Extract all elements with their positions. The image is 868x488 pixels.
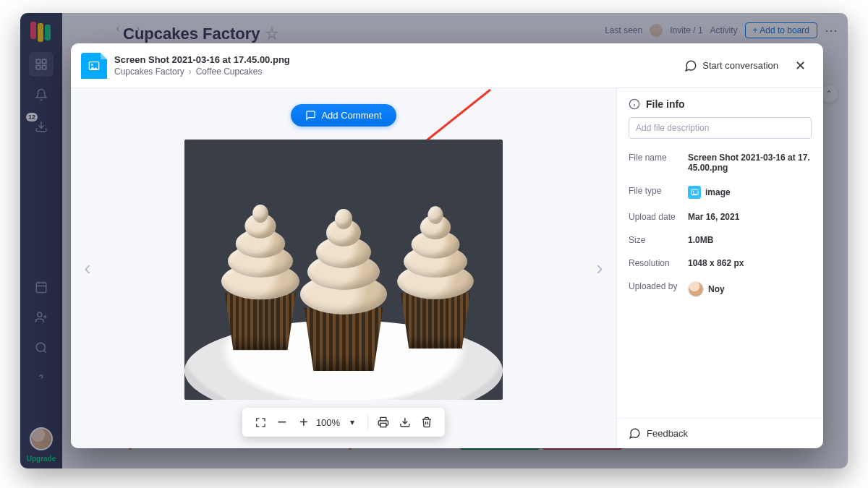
file-name-label: File name bbox=[629, 153, 688, 173]
next-image-icon[interactable]: › bbox=[589, 257, 610, 280]
file-title: Screen Shot 2021-03-16 at 17.45.00.png bbox=[114, 54, 290, 65]
feedback-icon bbox=[629, 427, 641, 440]
breadcrumb-item[interactable]: Coffee Cupcakes bbox=[196, 67, 263, 77]
zoom-value: 100% bbox=[315, 417, 341, 428]
file-info-panel: File info Add file description File name… bbox=[616, 88, 823, 448]
file-name-value: Screen Shot 2021-03-16 at 17.45.00.png bbox=[688, 153, 812, 173]
info-icon bbox=[629, 98, 640, 110]
file-info-heading: File info bbox=[617, 88, 823, 117]
image-icon bbox=[688, 186, 701, 199]
resolution-label: Resolution bbox=[629, 258, 688, 268]
upload-date-label: Upload date bbox=[629, 212, 688, 222]
resolution-value: 1048 x 862 px bbox=[688, 258, 812, 268]
add-comment-button[interactable]: Add Comment bbox=[291, 104, 396, 127]
file-type-icon bbox=[81, 53, 107, 79]
start-conversation-button[interactable]: Start conversation bbox=[684, 59, 778, 72]
file-type-label: File type bbox=[629, 186, 688, 199]
image-toolbar: − + 100% ▾ bbox=[242, 408, 445, 437]
chevron-right-icon: › bbox=[189, 67, 192, 77]
breadcrumb: Cupcakes Factory › Coffee Cupcakes bbox=[114, 67, 290, 77]
prev-image-icon[interactable]: ‹ bbox=[77, 257, 98, 280]
svg-point-24 bbox=[692, 191, 694, 192]
delete-icon[interactable] bbox=[416, 411, 438, 433]
zoom-out-icon[interactable]: − bbox=[271, 411, 293, 433]
size-value: 1.0MB bbox=[688, 235, 812, 245]
preview-column: Add Comment ‹ › − + 100% ▾ bbox=[71, 88, 616, 448]
zoom-dropdown-icon[interactable]: ▾ bbox=[341, 411, 363, 433]
download-icon[interactable] bbox=[394, 411, 416, 433]
chat-icon bbox=[684, 59, 697, 72]
file-preview-modal: Screen Shot 2021-03-16 at 17.45.00.png C… bbox=[71, 43, 823, 448]
upload-date-value: Mar 16, 2021 bbox=[688, 212, 812, 222]
print-icon[interactable] bbox=[373, 411, 394, 433]
modal-header: Screen Shot 2021-03-16 at 17.45.00.png C… bbox=[71, 43, 823, 88]
fit-screen-icon[interactable] bbox=[250, 411, 271, 433]
zoom-in-icon[interactable]: + bbox=[293, 411, 315, 433]
file-description-input[interactable]: Add file description bbox=[629, 117, 812, 139]
image-preview bbox=[184, 140, 503, 400]
size-label: Size bbox=[629, 235, 688, 245]
svg-point-16 bbox=[91, 64, 93, 66]
uploaded-by-value: Noy bbox=[688, 281, 812, 297]
close-icon[interactable]: ✕ bbox=[790, 58, 810, 74]
uploader-avatar bbox=[688, 281, 704, 297]
file-type-value: image bbox=[688, 186, 812, 199]
breadcrumb-root[interactable]: Cupcakes Factory bbox=[114, 67, 184, 77]
svg-rect-18 bbox=[380, 423, 386, 427]
uploaded-by-label: Uploaded by bbox=[629, 281, 688, 297]
feedback-button[interactable]: Feedback bbox=[617, 418, 823, 448]
comment-icon bbox=[305, 110, 316, 121]
